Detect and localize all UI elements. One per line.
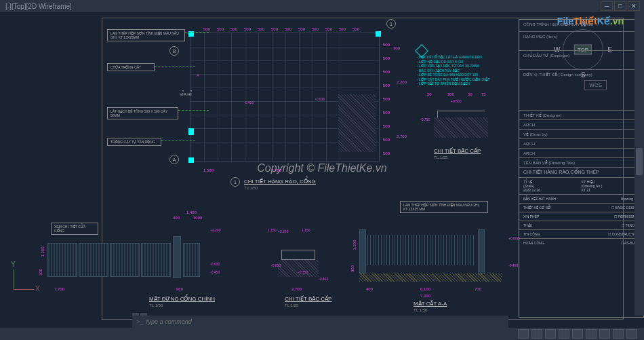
step-detail-scale: TL:1/25 bbox=[434, 155, 447, 159]
tb-scale-row: TỶ LỆ (Scale) 2022.12.26 KÝ HIỆU (Drawin… bbox=[519, 178, 643, 195]
dimension: 1,200 bbox=[41, 246, 45, 257]
minimize-button[interactable]: ─ bbox=[601, 1, 613, 11]
step-detail-title: CHI TIẾT BẬC CẤP bbox=[434, 148, 481, 154]
grid-line bbox=[245, 33, 245, 161]
status-icon[interactable] bbox=[518, 329, 529, 339]
grid-line bbox=[231, 33, 232, 161]
dimension: 500 bbox=[383, 97, 390, 101]
window-controls: ─ □ ✕ bbox=[601, 1, 640, 11]
dimension: 400 bbox=[173, 216, 180, 220]
dimension: 500 bbox=[258, 27, 264, 31]
viewport-header: [-][Top][2D Wireframe] bbox=[0, 0, 644, 12]
dimension: 500 bbox=[383, 124, 390, 128]
tb-drawing-name: CHI TIẾT HÀNG RÀO,CỔNG THÉP bbox=[519, 168, 643, 178]
dimension: 2,200 bbox=[397, 80, 407, 84]
dimension: 500 bbox=[383, 43, 390, 47]
leader-line bbox=[161, 140, 195, 141]
gate-panel-small bbox=[183, 243, 200, 277]
tb-design-company: ĐƠN VỊ THIẾT KẾ ( Design company) bbox=[519, 70, 643, 111]
section-title: MẶT CẮT A-A bbox=[414, 301, 447, 307]
grid-line bbox=[258, 33, 259, 161]
grid-line bbox=[190, 74, 379, 75]
status-icon[interactable] bbox=[572, 329, 583, 339]
gate-panel bbox=[47, 243, 77, 277]
elevation-mark: -0.030 bbox=[210, 262, 220, 266]
status-icon[interactable] bbox=[599, 329, 610, 339]
close-button[interactable]: ✕ bbox=[628, 1, 640, 11]
ground-hatch bbox=[359, 273, 502, 282]
dimension: 500 bbox=[271, 27, 278, 31]
hatch-pave bbox=[338, 94, 376, 152]
dimension: 500 bbox=[217, 27, 224, 31]
status-icon[interactable] bbox=[626, 329, 637, 339]
dimension: 2,700 bbox=[397, 134, 407, 138]
section-scale: TL:1/50 bbox=[414, 308, 427, 312]
plan-view bbox=[190, 33, 380, 162]
ucs-y-label: Y bbox=[11, 261, 16, 268]
grid-marker-b: B bbox=[169, 46, 179, 56]
grid-line bbox=[326, 33, 327, 161]
status-icon[interactable] bbox=[586, 329, 597, 339]
leader-line bbox=[178, 110, 209, 111]
tb-drawing-title-label: TÊN BẢN VẼ (Drawing Title) bbox=[519, 158, 643, 168]
grid-line bbox=[313, 33, 313, 161]
maximize-button[interactable]: □ bbox=[614, 1, 626, 11]
fence-pillar bbox=[478, 229, 485, 273]
step-scale: TL:1/25 bbox=[285, 303, 298, 307]
elevation-mark: +0.000 bbox=[508, 236, 519, 240]
cyan-marker bbox=[188, 128, 194, 135]
command-input[interactable] bbox=[145, 318, 281, 325]
dimension: 300 bbox=[39, 269, 43, 276]
dimension: 700 bbox=[475, 287, 481, 291]
status-icon[interactable] bbox=[531, 329, 542, 339]
dimension: 300 bbox=[350, 265, 355, 272]
dimension: 500 bbox=[383, 138, 390, 142]
grid-line bbox=[285, 33, 286, 161]
command-line[interactable]: >_ bbox=[132, 316, 508, 328]
dimension: 500 bbox=[325, 27, 332, 31]
dimension: 500 bbox=[230, 27, 237, 31]
callout-lat-gach: LÁT GẠCH BÊ TÔNG 500 X 500 DÀY 50MM bbox=[107, 107, 178, 119]
drawing-canvas[interactable]: FileThiếtKế.vn N S E W TOP WCS bbox=[0, 12, 644, 324]
dimension: 7,700 bbox=[54, 287, 64, 291]
elevation-mark: -0.050 bbox=[271, 263, 281, 267]
gate-panel bbox=[141, 243, 171, 277]
tb-check5: HOÀN CÔNG☐ AS-BUILT bbox=[519, 239, 643, 247]
dimension: 500 bbox=[383, 83, 390, 88]
dimension: 500 bbox=[312, 27, 319, 31]
cyan-marker bbox=[376, 31, 381, 37]
tb-issue: BẢN VẼ PHÁT HÀNHDrawing For bbox=[519, 195, 643, 204]
grid-marker-1: 1 bbox=[386, 19, 396, 29]
elevation-mark: -0.450 bbox=[244, 100, 254, 105]
tb-check2: XIN PHÉP☐ PERMISSION bbox=[519, 212, 643, 221]
status-bar bbox=[0, 328, 644, 340]
plan-scale: TL:1/50 bbox=[244, 186, 258, 190]
tb-item: HẠNG MỤC (Item) bbox=[519, 32, 643, 51]
elevation-mark: -0.150 bbox=[298, 270, 308, 274]
vertical-scrollbar[interactable] bbox=[635, 12, 644, 316]
stair-hatch bbox=[434, 117, 488, 138]
elevation-mark: -0.450 bbox=[210, 270, 220, 274]
grid-line bbox=[218, 33, 218, 161]
fence-bars bbox=[367, 235, 476, 265]
status-icon[interactable] bbox=[559, 329, 569, 339]
status-icon[interactable] bbox=[545, 329, 556, 339]
gate-scale: TL:1/50 bbox=[149, 303, 163, 307]
status-icon[interactable] bbox=[613, 329, 624, 339]
viewport-label: [-][Top][2D Wireframe] bbox=[5, 3, 72, 10]
leader-line bbox=[155, 66, 195, 67]
section-marker-a: A bbox=[197, 73, 199, 77]
dimension: 500 bbox=[383, 111, 390, 115]
elevation-mark: +2.200 bbox=[278, 229, 288, 233]
elevation-mark: -0.400 bbox=[319, 277, 328, 281]
viahe-label: VỈA HỈ bbox=[180, 92, 192, 96]
tb-arch1: ARCH bbox=[519, 120, 643, 130]
dimension: 7,200 bbox=[420, 294, 430, 298]
grid-line bbox=[190, 47, 379, 48]
dimension: 75 bbox=[481, 92, 486, 96]
callout-trong-cay-2: TRỒNG CÂY TỰ TÁN RỘNG bbox=[107, 138, 161, 146]
dimension: 960 bbox=[176, 287, 183, 291]
note-line: - LỚP ĐẤT TỰ NHIÊN DỌN SẠCH bbox=[417, 81, 498, 86]
scrollbar-thumb[interactable] bbox=[636, 148, 643, 175]
ucs-y-axis bbox=[14, 269, 14, 290]
